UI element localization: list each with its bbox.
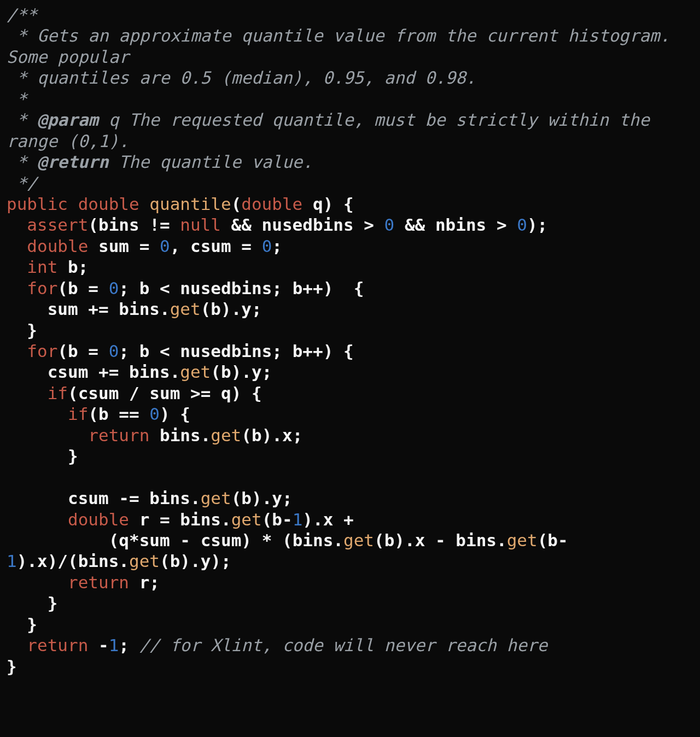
code-token-op: ). [262, 425, 282, 445]
code-token-plain [139, 194, 150, 214]
code-token-num: 0 [517, 215, 527, 235]
code-token-plain [7, 362, 48, 382]
code-token-op: ; [293, 425, 303, 445]
code-token-comment: * Gets an approximate quantile value fro… [7, 26, 680, 66]
code-token-op: ( [231, 194, 242, 214]
code-token-op: ( [57, 341, 68, 361]
code-token-op: * [129, 530, 139, 550]
code-token-id: b [241, 488, 252, 508]
code-token-num: 0 [109, 341, 119, 361]
code-token-id: nusedbins [180, 341, 272, 361]
code-token-id: b [293, 278, 303, 298]
code-token-op: } [7, 657, 17, 676]
code-token-op: -= [109, 488, 150, 508]
code-token-id: bins [119, 299, 160, 319]
code-token-op: ; [119, 278, 139, 298]
code-token-num: 0 [160, 236, 170, 256]
code-token-id: b [211, 299, 221, 319]
code-token-op: ( [88, 404, 98, 424]
code-token-op: ). [17, 551, 37, 571]
code-token-op: = [149, 510, 180, 529]
code-token-op: ; [119, 635, 139, 655]
code-token-fn: quantile [149, 194, 231, 214]
code-token-fn: get [231, 510, 262, 529]
code-token-kw: int [27, 257, 57, 277]
code-token-op: ( [68, 383, 78, 403]
code-token-plain [7, 572, 68, 592]
code-token-kw: double [241, 194, 302, 214]
code-token-op: + [333, 510, 353, 529]
code-token-op: = [129, 236, 160, 256]
code-token-op: ). [231, 362, 252, 382]
code-token-op: . [201, 425, 211, 445]
code-token-kw: return [88, 425, 149, 445]
code-token-op: . [160, 299, 170, 319]
code-token-id: bins [293, 530, 334, 550]
code-token-id: bins [456, 530, 497, 550]
code-token-op: < [149, 341, 180, 361]
code-token-op: ( [88, 215, 98, 235]
code-token-num: 0 [262, 236, 272, 256]
code-token-id: b [384, 530, 395, 550]
code-token-op: ( [211, 362, 221, 382]
code-token-op: ( [231, 488, 242, 508]
code-token-id: x [37, 551, 48, 571]
code-token-plain [7, 236, 27, 256]
code-token-id: b [272, 510, 282, 529]
code-token-kw: return [27, 635, 88, 655]
code-token-op: ; [149, 572, 160, 592]
code-token-fn: get [343, 530, 374, 550]
code-token-plain [129, 510, 139, 529]
code-token-id: r [139, 510, 150, 529]
code-token-op: += [78, 299, 119, 319]
code-token-kw: for [27, 341, 57, 361]
code-token-fn: get [180, 362, 211, 382]
code-token-fn: get [201, 488, 231, 508]
code-token-num: 1 [293, 510, 303, 529]
code-token-op: ) { [160, 404, 190, 424]
code-token-op: } [7, 446, 78, 466]
code-token-id: y [201, 551, 211, 571]
code-token-id: b [252, 425, 262, 445]
code-token-id: bins [129, 362, 170, 382]
code-token-plain [7, 257, 27, 277]
code-token-kw: for [27, 278, 57, 298]
code-token-op: } [7, 615, 37, 634]
code-token-op: ; [272, 236, 282, 256]
code-token-id: sum [139, 530, 170, 550]
code-token-fn: get [129, 551, 160, 571]
code-token-id: bins [149, 488, 190, 508]
code-token-id: q [221, 383, 231, 403]
code-token-comment: * [7, 152, 37, 172]
code-token-num: 0 [149, 404, 160, 424]
code-token-op: = [78, 278, 109, 298]
code-token-op: = [231, 236, 262, 256]
code-token-op: ; [272, 278, 292, 298]
code-token-plain [7, 299, 48, 319]
code-token-plain [7, 425, 88, 445]
code-token-comment: * [7, 110, 37, 130]
code-token-kw: public [7, 194, 68, 214]
code-token-op: ). [394, 530, 415, 550]
code-snippet: /** * Gets an approximate quantile value… [0, 0, 700, 681]
code-token-fn: get [170, 299, 201, 319]
code-token-op: ( [374, 530, 384, 550]
code-token-op: += [88, 362, 129, 382]
code-token-id: csum [78, 383, 119, 403]
code-token-op: ( [160, 551, 170, 571]
code-token-id: b [68, 257, 78, 277]
code-token-op: == [109, 404, 150, 424]
code-token-op: - [88, 635, 108, 655]
code-token-id: sum [98, 236, 129, 256]
code-token-plain [149, 425, 160, 445]
code-token-op: ( [57, 278, 68, 298]
code-token-id: csum [68, 488, 109, 508]
code-token-plain [7, 510, 68, 529]
code-token-comment: /** [7, 5, 37, 25]
code-token-op: ; [119, 341, 139, 361]
code-token-id: x [282, 425, 293, 445]
code-token-plain [7, 488, 68, 508]
code-token-id: csum [48, 362, 89, 382]
code-token-kw: double [78, 194, 139, 214]
code-token-id: nusedbins [180, 278, 272, 298]
